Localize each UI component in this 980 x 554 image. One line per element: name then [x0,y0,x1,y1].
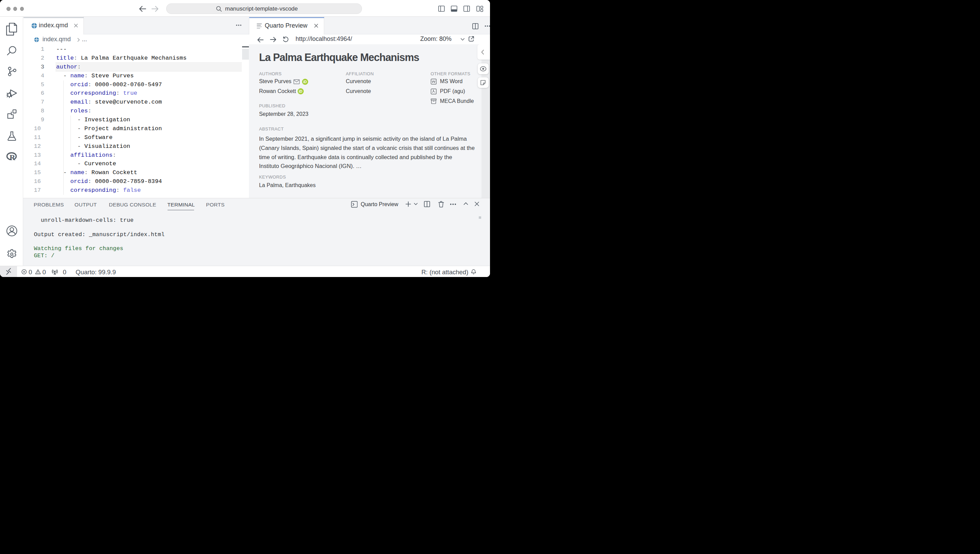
svg-text:R: R [10,153,15,162]
svg-text:iD: iD [299,89,302,94]
svg-text:iD: iD [303,80,307,84]
